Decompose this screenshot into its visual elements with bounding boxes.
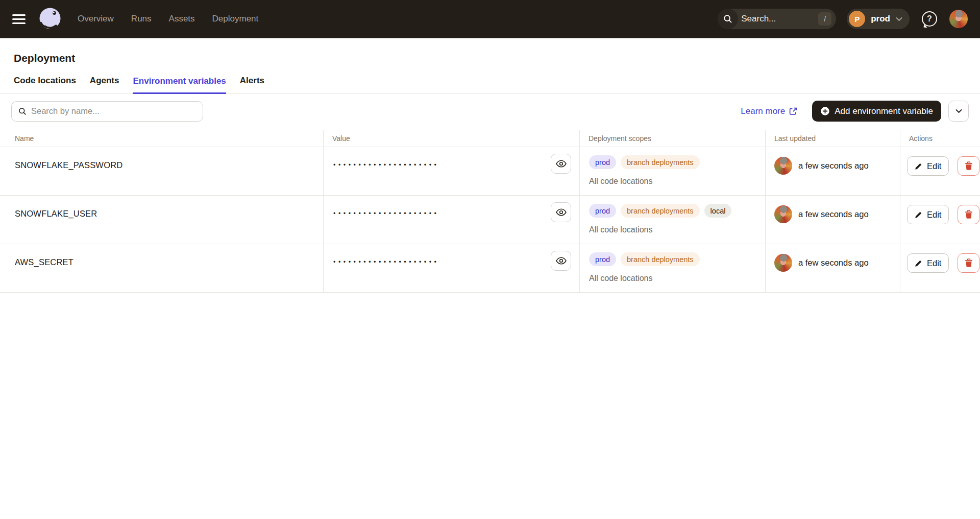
main-navigation: Overview Runs Assets Deployment xyxy=(78,14,258,24)
chevron-down-icon xyxy=(896,17,902,21)
external-link-icon xyxy=(789,107,797,115)
reveal-value-button[interactable] xyxy=(551,154,571,174)
top-nav-bar: Overview Runs Assets Deployment / P prod… xyxy=(0,0,980,38)
nav-item-runs[interactable]: Runs xyxy=(131,14,152,24)
page-title: Deployment xyxy=(14,52,980,64)
env-var-name: SNOWFLAKE_USER xyxy=(0,196,323,244)
search-icon xyxy=(18,107,27,115)
scope-badge-local: local xyxy=(704,204,732,218)
column-header-value: Value xyxy=(323,130,579,147)
reveal-value-button[interactable] xyxy=(551,251,571,271)
more-options-button[interactable] xyxy=(948,101,969,122)
last-updated-text: a few seconds ago xyxy=(798,205,869,223)
eye-icon xyxy=(556,257,567,265)
pencil-icon xyxy=(915,162,922,170)
actions-cell: Edit xyxy=(900,147,980,195)
column-header-scopes: Deployment scopes xyxy=(579,130,765,147)
table-row: SNOWFLAKE_PASSWORD •••••••••••••••••••••… xyxy=(0,147,980,196)
updater-avatar xyxy=(774,254,792,272)
scope-badge-branch: branch deployments xyxy=(621,252,700,266)
trash-icon xyxy=(965,161,973,171)
edit-button-label: Edit xyxy=(927,210,941,220)
table-header-row: Name Value Deployment scopes Last update… xyxy=(0,130,980,147)
deployment-scopes-cell: prod branch deployments All code locatio… xyxy=(579,147,765,195)
top-nav-right: / P prod ? xyxy=(718,9,968,29)
updater-avatar xyxy=(774,157,792,175)
scope-badge-branch: branch deployments xyxy=(621,155,700,169)
env-var-toolbar: Learn more Add environment variable xyxy=(0,101,980,122)
deployment-tabs: Code locations Agents Environment variab… xyxy=(0,76,980,94)
delete-button[interactable] xyxy=(958,205,979,224)
reveal-value-button[interactable] xyxy=(551,202,571,222)
learn-more-link[interactable]: Learn more xyxy=(741,106,797,116)
hamburger-menu-icon[interactable] xyxy=(12,12,26,26)
tab-agents[interactable]: Agents xyxy=(90,76,119,93)
trash-icon xyxy=(965,210,973,219)
scope-badge-prod: prod xyxy=(589,252,616,266)
user-avatar[interactable] xyxy=(949,10,968,28)
deployment-switcher-label: prod xyxy=(871,14,890,24)
code-locations-label: All code locations xyxy=(589,274,765,283)
toolbar-right: Learn more Add environment variable xyxy=(741,101,969,122)
updater-avatar xyxy=(774,205,792,223)
learn-more-label: Learn more xyxy=(741,106,785,116)
masked-value: ••••••••••••••••••••• xyxy=(333,161,439,169)
deployment-scopes-cell: prod branch deployments All code locatio… xyxy=(579,244,765,292)
edit-button[interactable]: Edit xyxy=(907,253,949,273)
deployment-initial-badge: P xyxy=(849,11,865,27)
code-locations-label: All code locations xyxy=(589,177,765,186)
edit-button[interactable]: Edit xyxy=(907,156,949,176)
actions-cell: Edit xyxy=(900,196,980,244)
last-updated-cell: a few seconds ago xyxy=(765,196,900,244)
nav-item-overview[interactable]: Overview xyxy=(78,14,114,24)
column-header-actions: Actions xyxy=(900,130,980,147)
add-environment-variable-label: Add environment variable xyxy=(835,106,933,116)
deployment-switcher[interactable]: P prod xyxy=(847,9,910,29)
last-updated-cell: a few seconds ago xyxy=(765,147,900,195)
edit-button-label: Edit xyxy=(927,258,941,268)
delete-button[interactable] xyxy=(958,156,979,176)
plus-circle-icon xyxy=(820,106,830,116)
env-var-value-cell: ••••••••••••••••••••• xyxy=(323,147,579,195)
chevron-down-icon xyxy=(955,109,962,113)
nav-item-assets[interactable]: Assets xyxy=(169,14,195,24)
pencil-icon xyxy=(915,211,922,219)
column-header-updated: Last updated xyxy=(765,130,900,147)
tab-code-locations[interactable]: Code locations xyxy=(14,76,76,93)
dagster-logo[interactable] xyxy=(36,5,64,33)
env-var-value-cell: ••••••••••••••••••••• xyxy=(323,244,579,292)
env-var-value-cell: ••••••••••••••••••••• xyxy=(323,196,579,244)
scope-badge-prod: prod xyxy=(589,204,616,218)
table-row: SNOWFLAKE_USER ••••••••••••••••••••• pro… xyxy=(0,196,980,244)
last-updated-text: a few seconds ago xyxy=(798,254,869,272)
env-var-name: AWS_SECRET xyxy=(0,244,323,292)
search-icon xyxy=(718,9,738,29)
global-search[interactable]: / xyxy=(718,9,836,29)
env-var-name: SNOWFLAKE_PASSWORD xyxy=(0,147,323,195)
add-environment-variable-button[interactable]: Add environment variable xyxy=(812,101,941,122)
search-shortcut-badge: / xyxy=(818,12,831,26)
masked-value: ••••••••••••••••••••• xyxy=(333,258,439,266)
last-updated-text: a few seconds ago xyxy=(798,157,869,175)
code-locations-label: All code locations xyxy=(589,225,765,234)
deployment-scopes-cell: prod branch deployments local All code l… xyxy=(579,196,765,244)
filter-search[interactable] xyxy=(11,101,203,122)
last-updated-cell: a few seconds ago xyxy=(765,244,900,292)
octopus-logo-icon xyxy=(36,5,64,33)
masked-value: ••••••••••••••••••••• xyxy=(333,210,439,217)
eye-icon xyxy=(556,160,567,168)
delete-button[interactable] xyxy=(958,253,979,273)
scope-badge-prod: prod xyxy=(589,155,616,169)
tab-environment-variables[interactable]: Environment variables xyxy=(133,76,226,94)
table-row: AWS_SECRET ••••••••••••••••••••• prod br… xyxy=(0,244,980,293)
scope-badge-branch: branch deployments xyxy=(621,204,700,218)
tab-alerts[interactable]: Alerts xyxy=(240,76,264,93)
nav-item-deployment[interactable]: Deployment xyxy=(212,14,259,24)
actions-cell: Edit xyxy=(900,244,980,292)
trash-icon xyxy=(965,258,973,268)
edit-button[interactable]: Edit xyxy=(907,205,949,224)
edit-button-label: Edit xyxy=(927,161,941,171)
help-button[interactable]: ? xyxy=(920,9,939,29)
global-search-input[interactable] xyxy=(738,14,818,24)
filter-search-input[interactable] xyxy=(31,106,196,116)
